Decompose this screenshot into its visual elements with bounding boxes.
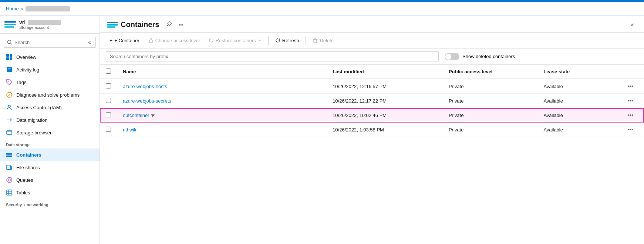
row-lease-1: Available bbox=[537, 94, 617, 108]
svg-rect-2 bbox=[6, 54, 9, 57]
sidebar-item-iam-label: Access Control (IAM) bbox=[16, 105, 62, 110]
add-container-button[interactable]: + + Container bbox=[106, 36, 143, 45]
sidebar-header: vrl Storage account bbox=[0, 16, 100, 34]
change-access-button[interactable]: Change access level bbox=[145, 36, 203, 45]
sidebar-collapse-btn[interactable]: « bbox=[87, 39, 92, 46]
storage-browser-icon bbox=[6, 129, 13, 136]
containers-table: Name Last modified Public access level L… bbox=[100, 65, 644, 137]
sidebar-item-data-migration[interactable]: Data migration bbox=[0, 114, 100, 126]
sidebar-item-file-shares[interactable]: File shares bbox=[0, 161, 100, 174]
svg-rect-3 bbox=[10, 54, 12, 57]
data-storage-section-label: Data storage bbox=[0, 139, 100, 148]
svg-rect-12 bbox=[7, 131, 12, 134]
containers-icon bbox=[6, 151, 13, 158]
refresh-icon bbox=[275, 38, 280, 43]
row-checkbox-3[interactable] bbox=[106, 127, 111, 132]
container-name-link-1[interactable]: azure-webjobs-secrets bbox=[123, 98, 171, 104]
close-button[interactable]: ✕ bbox=[628, 20, 637, 29]
sidebar-item-iam[interactable]: Access Control (IAM) bbox=[0, 101, 100, 114]
sidebar-item-queues-label: Queues bbox=[16, 177, 33, 183]
toolbar-separator-2 bbox=[306, 36, 306, 45]
row-access-2: Private bbox=[443, 108, 537, 123]
sidebar-search-box[interactable]: « bbox=[4, 37, 96, 48]
breadcrumb: Home > bbox=[0, 2, 644, 16]
container-name-link-2[interactable]: outcontainer bbox=[123, 113, 149, 118]
sidebar-item-activity-log[interactable]: Activity log bbox=[0, 63, 100, 76]
more-options-icon: ••• bbox=[178, 22, 183, 28]
sidebar-item-tags-label: Tags bbox=[16, 80, 26, 85]
svg-point-11 bbox=[8, 105, 10, 107]
row-modified-2: 10/26/2022, 10:02:46 PM bbox=[327, 108, 443, 123]
row-lease-3: Available bbox=[537, 123, 617, 137]
svg-rect-6 bbox=[7, 67, 12, 72]
sidebar-item-storage-browser[interactable]: Storage browser bbox=[0, 126, 100, 139]
svg-point-18 bbox=[7, 177, 12, 183]
row-access-1: Private bbox=[443, 94, 537, 108]
page-header-icons: ••• bbox=[165, 20, 185, 29]
row-lease-0: Available bbox=[537, 79, 617, 94]
sidebar-item-containers-label: Containers bbox=[16, 152, 41, 158]
restore-containers-button[interactable]: Restore containers bbox=[205, 36, 265, 45]
tags-icon bbox=[6, 79, 13, 86]
svg-rect-17 bbox=[7, 165, 10, 170]
toolbar-separator bbox=[268, 36, 269, 45]
trash-icon bbox=[313, 38, 318, 43]
row-checkbox-2[interactable] bbox=[106, 112, 111, 117]
sidebar-item-queues[interactable]: Queues bbox=[0, 174, 100, 186]
security-section-label: Security + networking bbox=[0, 199, 100, 208]
th-name[interactable]: Name bbox=[117, 65, 327, 79]
table-container: Name Last modified Public access level L… bbox=[100, 65, 644, 244]
svg-rect-5 bbox=[10, 57, 12, 60]
svg-rect-14 bbox=[6, 153, 12, 154]
restore-containers-label: Restore containers bbox=[216, 38, 256, 43]
activity-icon bbox=[6, 66, 13, 73]
th-checkbox bbox=[100, 65, 117, 79]
th-lease[interactable]: Lease state bbox=[537, 65, 617, 79]
svg-rect-24 bbox=[149, 40, 152, 43]
svg-point-9 bbox=[8, 81, 9, 82]
show-deleted-toggle[interactable] bbox=[445, 53, 459, 60]
svg-rect-4 bbox=[6, 57, 9, 60]
sidebar-title-blurred bbox=[28, 20, 61, 25]
migration-icon bbox=[6, 117, 13, 123]
row-checkbox-0[interactable] bbox=[106, 83, 111, 88]
refresh-button[interactable]: Refresh bbox=[272, 36, 303, 45]
row-checkbox-1[interactable] bbox=[106, 98, 111, 103]
sidebar-item-tags[interactable]: Tags bbox=[0, 76, 100, 88]
search-input[interactable] bbox=[14, 40, 84, 45]
sidebar-item-overview[interactable]: Overview bbox=[0, 51, 100, 63]
pin-button[interactable] bbox=[165, 20, 174, 29]
select-all-checkbox[interactable] bbox=[106, 68, 111, 74]
sidebar-item-tables[interactable]: Tables bbox=[0, 186, 100, 199]
th-access[interactable]: Public access level bbox=[443, 65, 537, 79]
table-header-row: Name Last modified Public access level L… bbox=[100, 65, 644, 79]
close-icon: ✕ bbox=[630, 22, 634, 28]
row-modified-1: 10/26/2022, 12:17:22 PM bbox=[327, 94, 443, 108]
more-options-button[interactable]: ••• bbox=[177, 21, 185, 29]
prefix-search-input[interactable] bbox=[106, 51, 439, 61]
th-modified[interactable]: Last modified bbox=[327, 65, 443, 79]
file-shares-icon bbox=[6, 164, 13, 171]
breadcrumb-home[interactable]: Home bbox=[6, 6, 19, 11]
sidebar-item-containers[interactable]: Containers bbox=[0, 148, 100, 161]
lock-icon bbox=[148, 38, 154, 43]
sidebar-item-diagnose[interactable]: Diagnose and solve problems bbox=[0, 88, 100, 101]
sidebar-item-diagnose-label: Diagnose and solve problems bbox=[16, 92, 80, 98]
row-modified-0: 10/26/2022, 12:16:57 PM bbox=[327, 79, 443, 94]
refresh-label: Refresh bbox=[282, 38, 299, 43]
breadcrumb-blurred bbox=[26, 6, 70, 11]
row-more-button-1[interactable]: ••• bbox=[626, 97, 635, 104]
change-access-label: Change access level bbox=[155, 38, 200, 43]
container-name-link-0[interactable]: azure-webjobs-hosts bbox=[123, 84, 167, 89]
delete-label: Delete bbox=[320, 38, 334, 43]
row-more-button-3[interactable]: ••• bbox=[626, 126, 635, 133]
row-access-0: Private bbox=[443, 79, 537, 94]
row-more-button-0[interactable]: ••• bbox=[626, 83, 635, 90]
toolbar: + + Container Change access level Restor… bbox=[100, 33, 644, 49]
show-deleted-label: Show deleted containers bbox=[462, 54, 515, 59]
row-more-button-2[interactable]: ••• bbox=[626, 111, 635, 119]
sidebar-item-storage-browser-label: Storage browser bbox=[16, 130, 51, 136]
delete-button[interactable]: Delete bbox=[309, 36, 337, 45]
container-name-link-3[interactable]: rithwik bbox=[123, 127, 136, 133]
page-title: Containers bbox=[121, 20, 159, 29]
